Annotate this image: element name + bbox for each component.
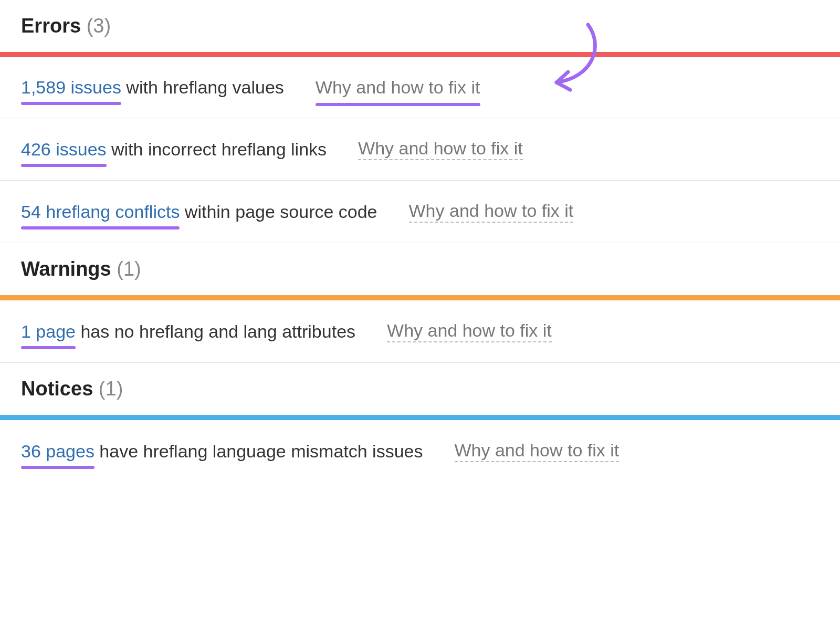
issue-desc: with incorrect hreflang links	[107, 139, 327, 159]
issues-panel: Errors (3) 1,589 issues with hreflang va…	[0, 0, 840, 482]
issue-desc: with hreflang values	[121, 77, 284, 97]
why-fix-link[interactable]: Why and how to fix it	[455, 440, 620, 462]
warnings-count: (1)	[117, 258, 141, 280]
errors-header: Errors (3)	[0, 0, 840, 52]
issue-desc: have hreflang language mismatch issues	[94, 441, 423, 461]
errors-divider	[0, 52, 840, 57]
issue-count-link[interactable]: 54 hreflang conflicts	[21, 202, 180, 222]
errors-title: Errors	[21, 15, 81, 37]
issue-text: 36 pages have hreflang language mismatch…	[21, 441, 423, 462]
why-fix-link[interactable]: Why and how to fix it	[409, 201, 574, 223]
issue-text: 54 hreflang conflicts within page source…	[21, 202, 377, 222]
issue-count-link[interactable]: 426 issues	[21, 139, 107, 159]
why-fix-link[interactable]: Why and how to fix it	[387, 320, 552, 342]
why-fix-link[interactable]: Why and how to fix it	[316, 77, 480, 98]
issue-desc: within page source code	[180, 202, 377, 222]
error-row: 54 hreflang conflicts within page source…	[0, 181, 840, 243]
notices-title: Notices	[21, 378, 93, 400]
errors-count: (3)	[87, 15, 111, 37]
warnings-header: Warnings (1)	[0, 243, 840, 295]
why-fix-link[interactable]: Why and how to fix it	[358, 138, 523, 160]
notices-header: Notices (1)	[0, 363, 840, 415]
notices-divider	[0, 415, 840, 420]
issue-count-link[interactable]: 36 pages	[21, 441, 94, 461]
warnings-title: Warnings	[21, 258, 111, 280]
notices-count: (1)	[99, 378, 123, 400]
warning-row: 1 page has no hreflang and lang attribut…	[0, 300, 840, 363]
warnings-divider	[0, 295, 840, 300]
error-row: 426 issues with incorrect hreflang links…	[0, 118, 840, 181]
error-row: 1,589 issues with hreflang values Why an…	[0, 57, 840, 118]
issue-text: 1,589 issues with hreflang values	[21, 77, 284, 98]
issue-count-link[interactable]: 1 page	[21, 321, 76, 341]
issue-count-link[interactable]: 1,589 issues	[21, 77, 121, 97]
issue-text: 1 page has no hreflang and lang attribut…	[21, 321, 355, 342]
notice-row: 36 pages have hreflang language mismatch…	[0, 420, 840, 482]
issue-desc: has no hreflang and lang attributes	[76, 321, 355, 341]
issue-text: 426 issues with incorrect hreflang links	[21, 139, 327, 160]
